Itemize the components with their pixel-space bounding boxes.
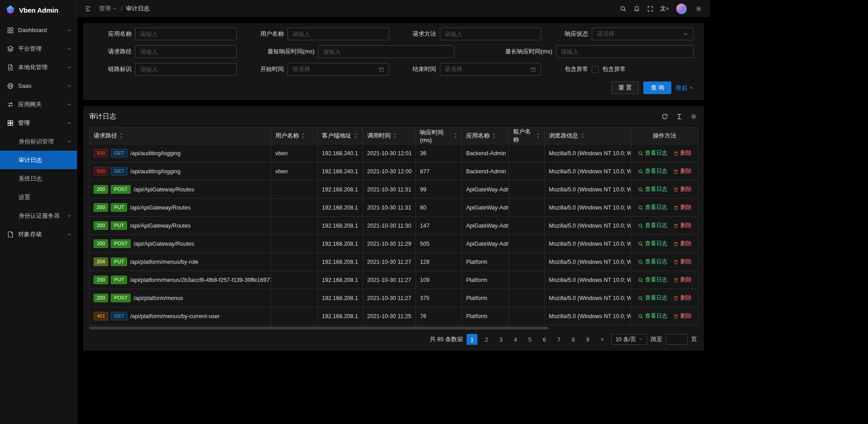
sidebar-item-platform[interactable]: 平台管理 [0,39,77,58]
sidebar-item-dashboard[interactable]: Dashboard [0,21,77,39]
query-button[interactable]: 查 询 [643,81,671,94]
column-settings-icon[interactable] [689,112,698,121]
saas-icon [6,82,14,90]
view-log-button[interactable]: 查看日志 [638,222,668,229]
max-response-time-input[interactable] [561,48,689,55]
column-header-user-name[interactable]: 用户名称 [271,128,318,144]
logo[interactable]: Vben Admin [0,0,77,20]
sidebar-item-gateway[interactable]: 应用网关 [0,95,77,114]
delete-button[interactable]: 删除 [673,167,692,175]
filter-label: 最长响应时间(ms) [459,48,556,56]
horizontal-scrollbar[interactable] [89,326,698,330]
view-log-button[interactable]: 查看日志 [638,294,668,302]
request-method-input[interactable] [445,31,537,38]
sidebar-item-settings[interactable]: 设置 [0,188,77,206]
user-name-input[interactable] [292,31,384,38]
column-header-response-time[interactable]: 响应时间(ms) [416,128,462,144]
page-button-8[interactable]: 8 [568,334,579,345]
delete-button[interactable]: 删除 [673,276,692,284]
avatar[interactable] [676,4,687,14]
page-button-9[interactable]: 9 [582,334,593,345]
start-time-picker[interactable]: 请选择 [288,63,389,76]
refresh-icon[interactable] [660,112,669,121]
view-log-button[interactable]: 查看日志 [638,240,668,248]
delete-button[interactable]: 删除 [673,258,692,266]
sort-icon[interactable] [393,133,397,139]
breadcrumb-item-management[interactable]: 管理 [99,5,117,13]
sort-icon[interactable] [301,133,305,139]
dashboard-icon [6,26,14,34]
search-icon[interactable] [618,3,629,14]
page-button-6[interactable]: 6 [539,334,550,345]
view-log-button[interactable]: 查看日志 [638,276,668,284]
view-log-button[interactable]: 查看日志 [638,258,668,266]
page-button-5[interactable]: 5 [524,334,535,345]
column-header-tenant-name[interactable]: 租户名称 [509,128,545,144]
call-time-cell: 2021-10-30 11:27 [363,271,416,289]
request-path: /api/ApiGateway/Routes [130,223,190,229]
response-status-select[interactable]: 请选择 [592,28,693,40]
next-page-button[interactable] [597,334,608,345]
column-header-browser-info[interactable]: 浏览器信息 [545,128,631,144]
request-path-input[interactable] [140,48,232,55]
delete-button[interactable]: 删除 [673,294,692,302]
tenant-name-cell [509,307,545,325]
column-header-app-name[interactable]: 应用名称 [462,128,509,144]
method-badge: PUT [111,257,127,266]
page-button-7[interactable]: 7 [553,334,564,345]
reset-button[interactable]: 重 置 [611,81,639,94]
notification-bell-icon[interactable] [631,3,643,14]
view-log-button[interactable]: 查看日志 [638,186,668,193]
sort-icon[interactable] [119,133,123,139]
delete-button[interactable]: 删除 [673,240,692,248]
delete-button[interactable]: 删除 [673,204,692,211]
pagination: 共 85 条数据 123456789 10 条/页 跳至 页 [89,330,698,349]
end-time-picker[interactable]: 请选择 [440,63,542,76]
sort-icon[interactable] [580,133,585,139]
delete-button[interactable]: 删除 [673,186,692,193]
language-icon[interactable]: 文A [658,3,670,14]
page-button-1[interactable]: 1 [467,334,477,345]
app-name-cell: ApiGateWay-Admin [462,181,509,199]
sidebar-item-audit-log[interactable]: 审计日志 [0,151,77,169]
page-button-4[interactable]: 4 [510,334,521,345]
column-header-client-address[interactable]: 客户端地址 [318,128,363,144]
settings-gear-icon[interactable] [693,3,704,14]
menu-fold-icon[interactable] [82,3,94,14]
sidebar-item-management[interactable]: 管理 [0,114,77,132]
sort-icon[interactable] [354,133,358,139]
tenant-name-cell [509,181,545,199]
sidebar-item-identity-management[interactable]: 身份标识管理 [0,132,77,151]
sort-icon[interactable] [453,133,458,139]
view-log-button[interactable]: 查看日志 [638,167,668,175]
delete-button[interactable]: 删除 [673,312,692,320]
sort-icon[interactable] [536,133,540,139]
view-log-button[interactable]: 查看日志 [638,312,668,320]
column-header-call-time[interactable]: 调用时间 [363,128,416,144]
min-response-time-input[interactable] [323,48,449,55]
scrollbar-thumb[interactable] [89,327,548,329]
column-header-request-path[interactable]: 请求路径 [90,128,271,144]
sidebar-item-localization[interactable]: 本地化管理 [0,58,77,76]
view-log-button[interactable]: 查看日志 [638,149,668,157]
page-size-select[interactable]: 10 条/页 [611,334,647,345]
row-height-icon[interactable] [675,112,684,121]
delete-button[interactable]: 删除 [673,149,692,157]
sort-icon[interactable] [492,133,496,139]
page-button-3[interactable]: 3 [495,334,506,345]
app-name-input[interactable] [140,31,232,38]
tenant-name-cell [509,289,545,307]
trace-id-input[interactable] [140,66,232,73]
sidebar-item-saas[interactable]: Saas [0,76,77,95]
page-button-2[interactable]: 2 [481,334,492,345]
chevron-down-icon [683,31,689,37]
jump-page-input[interactable] [666,334,688,345]
collapse-link[interactable]: 收起 [676,84,693,92]
sidebar-item-auth-server[interactable]: 身份认证服务器 [0,206,77,225]
sidebar-item-object-storage[interactable]: 对象存储 [0,225,77,243]
include-exception-checkbox[interactable] [592,66,599,73]
view-log-button[interactable]: 查看日志 [638,204,668,211]
sidebar-item-system-log[interactable]: 系统日志 [0,169,77,188]
fullscreen-icon[interactable] [645,3,656,14]
delete-button[interactable]: 删除 [673,222,692,229]
